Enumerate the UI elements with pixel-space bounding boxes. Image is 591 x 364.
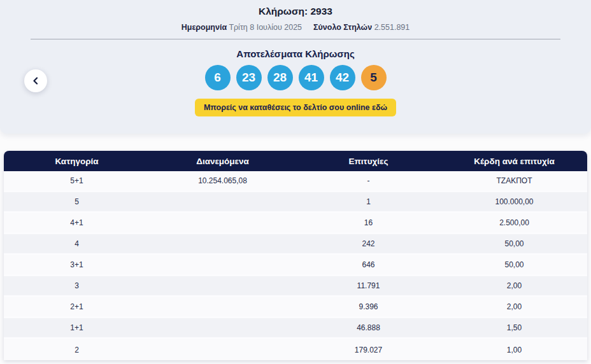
- table-row: 424250,00: [4, 234, 587, 255]
- table-cell: 3: [4, 281, 150, 290]
- table-cell: 2: [4, 346, 150, 354]
- table-row: 2179.0271,00: [4, 339, 587, 360]
- cta-container: Μπορείς να καταθέσεις το δελτίο σου onli…: [0, 99, 591, 116]
- joker-number-ball: 5: [361, 65, 387, 90]
- total-columns-value: 2.551.891: [374, 23, 410, 32]
- draw-meta: Ημερομηνία Τρίτη 8 Ιουλίου 2025 Σύνολο Σ…: [0, 23, 591, 32]
- table-body: 5+110.254.065,08-ΤΖΑΚΠΟΤ51100.000,004+11…: [4, 171, 587, 360]
- table-row: 2+19.3962,00: [4, 297, 587, 318]
- table-cell: 2+1: [4, 302, 150, 311]
- total-columns: Σύνολο Στηλών 2.551.891: [313, 23, 409, 32]
- draw-date: Ημερομηνία Τρίτη 8 Ιουλίου 2025: [182, 23, 302, 32]
- table-cell: 2.500,00: [441, 218, 587, 227]
- chevron-left-icon: [32, 77, 39, 85]
- table-row: 51100.000,00: [4, 192, 587, 213]
- submit-ticket-online-button[interactable]: Μπορείς να καταθέσεις το δελτίο σου onli…: [195, 99, 396, 116]
- table-cell: 242: [296, 239, 441, 248]
- results-title: Αποτελέσματα Κλήρωσης: [0, 48, 591, 59]
- table-header-row: ΚατηγορίαΔιανεμόμεναΕπιτυχίεςΚέρδη ανά ε…: [4, 151, 587, 171]
- drawn-number-ball: 42: [330, 65, 355, 90]
- table-cell: 179.027: [296, 346, 441, 354]
- table-cell: 2,00: [441, 302, 587, 311]
- table-cell: 1,50: [441, 323, 587, 332]
- drawn-number-ball: 6: [205, 65, 231, 90]
- winnings-table: ΚατηγορίαΔιανεμόμεναΕπιτυχίεςΚέρδη ανά ε…: [4, 151, 587, 360]
- table-cell: 1+1: [4, 323, 150, 332]
- table-cell: 5+1: [4, 176, 150, 185]
- table-cell: 50,00: [441, 239, 587, 248]
- table-cell: -: [296, 176, 441, 185]
- table-cell: ΤΖΑΚΠΟΤ: [441, 176, 587, 185]
- draw-date-label: Ημερομηνία: [182, 23, 227, 32]
- table-cell: 1: [296, 197, 441, 206]
- drawn-number-ball: 23: [236, 65, 262, 90]
- table-cell: 50,00: [441, 260, 587, 269]
- drawn-numbers: 6232841425: [0, 65, 591, 90]
- back-button[interactable]: [24, 69, 47, 92]
- table-cell: 100.000,00: [441, 197, 587, 206]
- table-cell: 3+1: [4, 260, 150, 269]
- table-header-cell: Κατηγορία: [4, 157, 150, 166]
- table-cell: 4: [4, 239, 150, 248]
- divider: [31, 39, 560, 39]
- table-cell: 2,00: [441, 281, 587, 290]
- table-cell: 11.791: [296, 281, 441, 290]
- total-columns-label: Σύνολο Στηλών: [313, 23, 372, 32]
- table-cell: 10.254.065,08: [150, 176, 296, 185]
- table-header-cell: Διανεμόμενα: [150, 157, 296, 166]
- table-row: 5+110.254.065,08-ΤΖΑΚΠΟΤ: [4, 171, 587, 192]
- drawn-number-ball: 28: [267, 65, 293, 90]
- table-cell: 4+1: [4, 218, 150, 227]
- draw-title: Κλήρωση: 2933: [0, 0, 591, 17]
- table-row: 3+164650,00: [4, 255, 587, 276]
- draw-date-value: Τρίτη 8 Ιουλίου 2025: [229, 23, 302, 32]
- draw-summary-panel: Κλήρωση: 2933 Ημερομηνία Τρίτη 8 Ιουλίου…: [0, 0, 591, 134]
- table-header-cell: Κέρδη ανά επιτυχία: [441, 157, 587, 166]
- table-cell: 16: [296, 218, 441, 227]
- table-cell: 646: [296, 260, 441, 269]
- table-cell: 46.888: [296, 323, 441, 332]
- table-row: 4+1162.500,00: [4, 213, 587, 234]
- drawn-number-ball: 41: [299, 65, 324, 90]
- table-cell: 1,00: [441, 346, 587, 354]
- table-header-cell: Επιτυχίες: [296, 157, 441, 166]
- table-cell: 9.396: [296, 302, 441, 311]
- table-row: 311.7912,00: [4, 276, 587, 297]
- table-row: 1+146.8881,50: [4, 318, 587, 339]
- table-cell: 5: [4, 197, 150, 206]
